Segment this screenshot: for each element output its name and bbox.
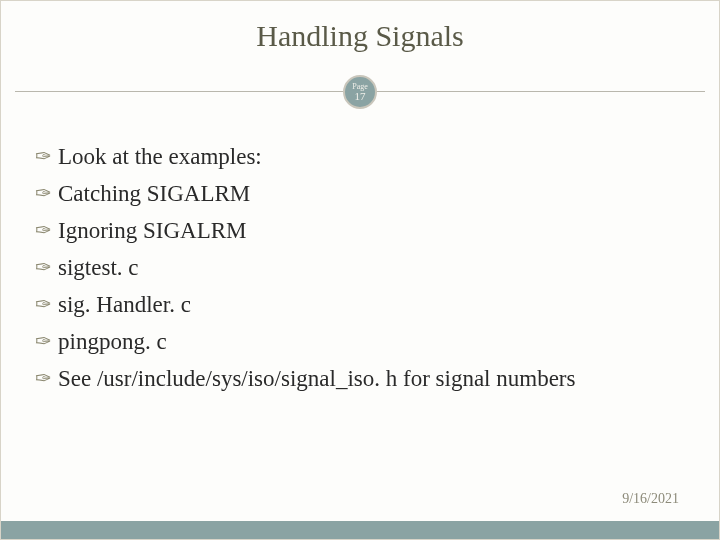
list-item-text: sig. Handler. c (58, 289, 191, 320)
list-item-text: See /usr/include/sys/iso/signal_iso. h f… (58, 363, 575, 394)
list-item: ✑ Ignoring SIGALRM (35, 215, 685, 246)
bullet-icon: ✑ (35, 254, 52, 281)
bullet-icon: ✑ (35, 217, 52, 244)
list-item-text: sigtest. c (58, 252, 139, 283)
bullet-icon: ✑ (35, 328, 52, 355)
content-area: ✑ Look at the examples: ✑ Catching SIGAL… (1, 111, 719, 394)
page-badge: Page 17 (343, 75, 377, 109)
list-item: ✑ Catching SIGALRM (35, 178, 685, 209)
slide-title: Handling Signals (1, 19, 719, 53)
bullet-icon: ✑ (35, 180, 52, 207)
list-item-text: pingpong. c (58, 326, 167, 357)
divider-wrap: Page 17 (1, 73, 719, 111)
page-number: 17 (355, 91, 366, 102)
list-item: ✑ sig. Handler. c (35, 289, 685, 320)
title-area: Handling Signals (1, 1, 719, 73)
bullet-icon: ✑ (35, 143, 52, 170)
list-item: ✑ pingpong. c (35, 326, 685, 357)
list-item-text: Look at the examples: (58, 141, 262, 172)
list-item-text: Ignoring SIGALRM (58, 215, 246, 246)
list-item: ✑ Look at the examples: (35, 141, 685, 172)
list-item-text: Catching SIGALRM (58, 178, 250, 209)
bullet-icon: ✑ (35, 365, 52, 392)
slide: Handling Signals Page 17 ✑ Look at the e… (0, 0, 720, 540)
bullet-icon: ✑ (35, 291, 52, 318)
list-item: ✑ sigtest. c (35, 252, 685, 283)
slide-date: 9/16/2021 (622, 491, 679, 507)
bottom-accent-bar (1, 521, 719, 539)
list-item: ✑ See /usr/include/sys/iso/signal_iso. h… (35, 363, 685, 394)
